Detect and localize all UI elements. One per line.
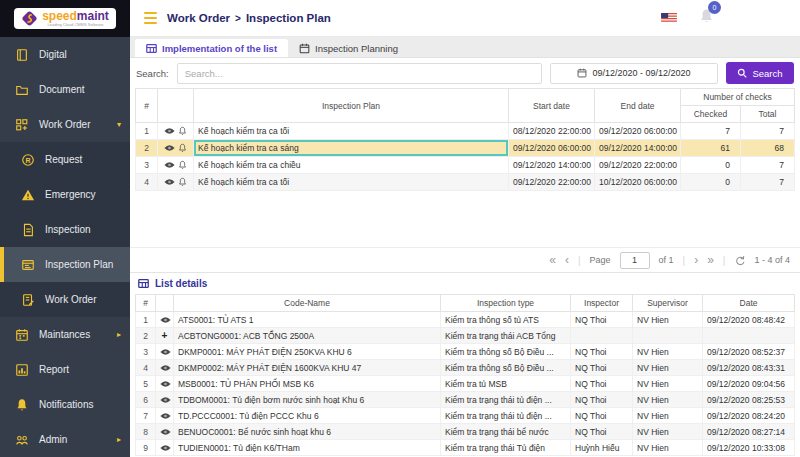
- top-bar-main: Work Order > Inspection Plan: [130, 0, 800, 36]
- search-input[interactable]: [177, 63, 542, 84]
- inspector: NQ Thoi: [571, 360, 633, 376]
- inspection-type: Kiểm tra trạng thái bể nước: [441, 424, 571, 440]
- sidebar-item-label: Admin: [39, 434, 67, 445]
- inspector: NQ Thoi: [571, 344, 633, 360]
- row-actions: [156, 312, 174, 328]
- inspector: NQ Thoi: [571, 408, 633, 424]
- refresh-icon[interactable]: [734, 255, 745, 266]
- breadcrumb: Work Order > Inspection Plan: [167, 12, 331, 24]
- view-eye-icon[interactable]: [160, 364, 171, 372]
- users-icon: [15, 433, 29, 447]
- detail-row[interactable]: 2 + ACBTONG0001: ACB TỔNG 2500A Kiểm tra…: [136, 328, 795, 344]
- start-date: 08/12/2020 22:00:00: [509, 123, 595, 140]
- inspector: [571, 328, 633, 344]
- plan-card-icon: [21, 258, 35, 272]
- first-page-button[interactable]: «: [549, 254, 556, 266]
- chevron-right-icon: ▸: [117, 330, 121, 339]
- sidebar-item-request[interactable]: R Request: [0, 142, 130, 177]
- app-logo[interactable]: speedmaint Leading Cloud CMMS Software: [14, 8, 116, 29]
- view-eye-icon[interactable]: [160, 396, 171, 404]
- supervisor: NV Hien: [633, 392, 703, 408]
- row-num: 8: [136, 424, 156, 440]
- tab-implementation-of-the-list[interactable]: Implementation of the list: [135, 39, 288, 57]
- view-eye-icon[interactable]: [160, 380, 171, 388]
- row-num: 1: [136, 123, 158, 140]
- date: 09/12/2020 08:52:37: [703, 344, 795, 360]
- detail-row[interactable]: 8 BENUOC0001: Bể nước sinh hoạt khu 6 Ki…: [136, 424, 795, 440]
- date-range-picker[interactable]: 09/12/2020 - 09/12/2020: [550, 63, 718, 84]
- sidebar-item-digital[interactable]: Digital: [0, 37, 130, 72]
- add-icon[interactable]: +: [162, 330, 168, 341]
- sidebar-item-inspection-plan[interactable]: Inspection Plan: [0, 247, 130, 282]
- grid-icon: [146, 43, 157, 54]
- detail-row[interactable]: 6 TDBOM0001: Tủ điện bơm nước sinh hoạt …: [136, 392, 795, 408]
- sidebar-item-emergency[interactable]: Emergency: [0, 177, 130, 212]
- menu-toggle-button[interactable]: [144, 12, 157, 25]
- breadcrumb-page: Inspection Plan: [246, 12, 331, 24]
- sidebar-item-notifications[interactable]: Notifications: [0, 387, 130, 422]
- sidebar-item-inspection[interactable]: Inspection: [0, 212, 130, 247]
- sidebar-item-report[interactable]: Report: [0, 352, 130, 387]
- plan-row[interactable]: 1 Kế hoạch kiểm tra ca tối 08/12/2020 22…: [136, 123, 795, 140]
- plan-row[interactable]: 4 Kế hoạch kiểm tra ca tối 09/12/2020 22…: [136, 174, 795, 191]
- detail-row[interactable]: 3 DKMP0001: MÁY PHÁT ĐIỆN 250KVA KHU 6 K…: [136, 344, 795, 360]
- alert-bell-icon[interactable]: [178, 177, 187, 187]
- detail-row[interactable]: 7 TD.PCCC0001: Tủ điện PCCC Khu 6 Kiểm t…: [136, 408, 795, 424]
- detail-row[interactable]: 1 ATS0001: TỦ ATS 1 Kiểm tra thông số tủ…: [136, 312, 795, 328]
- next-page-button[interactable]: ›: [694, 254, 698, 266]
- breadcrumb-separator-icon: >: [235, 13, 241, 24]
- inspection-type: Kiểm tra trạng thái ACB Tổng: [441, 328, 571, 344]
- detail-row[interactable]: 4 DKMP0002: MÁY PHÁT ĐIỆN 1600KVA KHU 47…: [136, 360, 795, 376]
- view-eye-icon[interactable]: [164, 127, 175, 135]
- sidebar-item-work-order-parent[interactable]: Work Order ▾: [0, 107, 130, 142]
- sidebar-item-document[interactable]: Document: [0, 72, 130, 107]
- plan-row[interactable]: 3 Kế hoạch kiểm tra ca chiều 09/12/2020 …: [136, 157, 795, 174]
- plan-row-selected[interactable]: 2 Kế hoạch kiểm tra ca sáng 09/12/2020 0…: [136, 140, 795, 157]
- row-actions: [156, 344, 174, 360]
- breadcrumb-section[interactable]: Work Order: [167, 12, 230, 24]
- page-input[interactable]: [620, 252, 650, 269]
- last-page-button[interactable]: »: [707, 254, 714, 266]
- view-eye-icon[interactable]: [160, 444, 171, 452]
- tab-inspection-planning[interactable]: Inspection Planning: [288, 39, 409, 57]
- view-eye-icon[interactable]: [164, 144, 175, 152]
- list-details-title: List details: [130, 273, 800, 294]
- page-label: Page: [590, 255, 611, 265]
- prev-page-button[interactable]: ‹: [565, 254, 569, 266]
- detail-row[interactable]: 9 TUDIEN0001: Tủ điện K6/THam Kiểm tra t…: [136, 440, 795, 456]
- logo-speed: speed: [42, 9, 77, 23]
- supervisor: NV Hien: [633, 360, 703, 376]
- end-date: 09/12/2020 22:00:00: [595, 157, 681, 174]
- sidebar-item-work-order[interactable]: Work Order: [0, 282, 130, 317]
- sidebar-item-maintances[interactable]: Maintances ▸: [0, 317, 130, 352]
- language-flag-icon[interactable]: [661, 13, 677, 23]
- alert-bell-icon[interactable]: [178, 143, 187, 153]
- checked-count: 0: [681, 174, 741, 191]
- alert-bell-icon[interactable]: [178, 160, 187, 170]
- detail-row[interactable]: 5 MSB0001: TỦ PHÂN PHỐI MSB K6 Kiểm tra …: [136, 376, 795, 392]
- alert-bell-icon[interactable]: [178, 126, 187, 136]
- code-name: TUDIEN0001: Tủ điện K6/THam: [174, 440, 441, 456]
- date: 09/12/2020 08:24:20: [703, 408, 795, 424]
- view-eye-icon[interactable]: [160, 412, 171, 420]
- row-actions: +: [156, 328, 174, 344]
- view-eye-icon[interactable]: [160, 348, 171, 356]
- plan-name: Kế hoạch kiểm tra ca tối: [194, 123, 509, 140]
- view-eye-icon[interactable]: [164, 161, 175, 169]
- row-actions: [156, 360, 174, 376]
- inspection-type: Kiểm tra tủ MSB: [441, 376, 571, 392]
- sidebar-item-admin[interactable]: Admin ▸: [0, 422, 130, 457]
- view-eye-icon[interactable]: [164, 178, 175, 186]
- sidebar-item-label: Inspection: [45, 224, 91, 235]
- view-eye-icon[interactable]: [160, 428, 171, 436]
- notifications-bell-button[interactable]: 0: [699, 8, 714, 28]
- row-actions: [156, 424, 174, 440]
- search-button[interactable]: Search: [726, 62, 794, 84]
- section-title-label: List details: [155, 278, 207, 289]
- row-num: 7: [136, 408, 156, 424]
- supervisor: [633, 328, 703, 344]
- inspector: NQ Thoi: [571, 392, 633, 408]
- row-num: 3: [136, 157, 158, 174]
- end-date: 10/12/2020 06:00:00: [595, 174, 681, 191]
- view-eye-icon[interactable]: [160, 316, 171, 324]
